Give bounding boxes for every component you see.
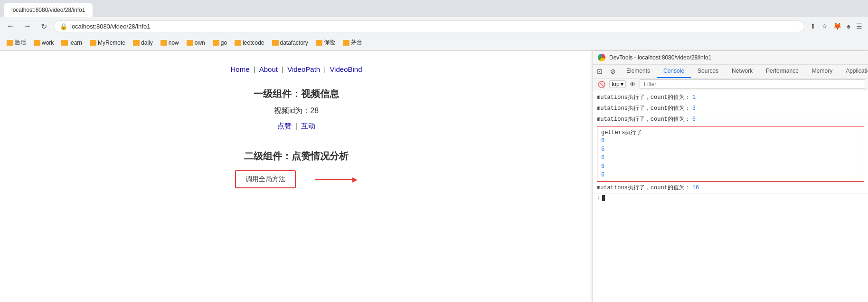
chrome-icon [598,54,605,61]
tab-network[interactable]: Network [725,65,759,78]
getters-value-2: 6 [601,145,860,154]
folder-icon [160,40,167,46]
tab-memory[interactable]: Memory [805,65,839,78]
bookmark-label: 保险 [324,39,335,47]
tab-bar: localhost:8080/video/28/info1 [0,0,868,17]
bookmark-go[interactable]: go [210,39,230,47]
bookmark-datafactory[interactable]: datafactory [269,39,311,47]
bookmark-label: datafactory [280,39,308,46]
interact-link[interactable]: 互动 [301,122,315,130]
component2-section: 二级组件：点赞情况分析 调用全局方法 [235,150,358,188]
nav-bar: ← → ↻ 🔒 localhost:8080/video/28/info1 ⬆ … [0,17,868,35]
console-text-3: mutations执行了，count的值为： [597,115,690,124]
like-link[interactable]: 点赞 [277,122,292,130]
page-nav: Home | About | VideoPath | VideoBind [230,65,362,73]
bookmark-icon[interactable]: ☆ [820,20,830,32]
folder-icon [272,40,279,46]
bookmark-label: now [169,39,179,46]
back-button[interactable]: ← [4,20,17,32]
address-bar[interactable]: 🔒 localhost:8080/video/28/info1 [54,20,804,32]
console-line-3: mutations执行了，count的值为： 6 [593,114,868,125]
folder-icon [34,40,40,46]
menu-icon[interactable]: ☰ [854,20,864,32]
console-text-2: mutations执行了，count的值为： [597,104,690,113]
call-global-method-button[interactable]: 调用全局方法 [235,170,296,188]
folder-icon [90,40,96,46]
filter-input[interactable] [640,79,865,89]
chevron-down-icon: ▾ [621,81,623,88]
top-selector[interactable]: top ▾ [609,80,626,88]
getters-box: getters执行了 6 6 6 6 6 [597,126,864,182]
getters-value-3: 6 [601,154,860,162]
no-icon[interactable]: ⊘ [606,66,620,77]
bookmark-label: work [42,39,54,46]
console-value-3: 6 [692,115,696,124]
bookmarks-bar: 激活 work learn MyRemote daily now own go [0,35,868,50]
tab-application[interactable]: Application [839,65,868,78]
clear-console-button[interactable]: 🚫 [596,80,607,89]
nav-home[interactable]: Home [230,65,249,73]
tab-elements[interactable]: Elements [620,65,657,78]
bookmark-daily[interactable]: daily [130,39,156,47]
component2-title: 二级组件：点赞情况分析 [235,150,358,163]
extension-icon1[interactable]: 🦊 [831,20,843,32]
arrow-icon [315,175,358,183]
component1-section: 一级组件：视频信息 视频id为：28 点赞 | 互动 [254,88,339,140]
console-text-last: mutations执行了，count的值为： [597,184,690,192]
main-content: Home | About | VideoPath | VideoBind 一级组… [0,51,868,302]
forward-button[interactable]: → [21,20,34,32]
url-text: localhost:8080/video/28/info1 [70,23,150,30]
bookmark-label: learn [69,39,82,46]
console-prompt[interactable]: › [593,194,868,202]
folder-icon [187,40,193,46]
browser-tab[interactable]: localhost:8080/video/28/info1 [4,3,93,17]
inspect-icon[interactable]: ⊡ [593,66,606,77]
component1-title: 一级组件：视频信息 [254,88,339,100]
call-method-area: 调用全局方法 [235,170,358,188]
sep2: | [282,65,285,73]
getters-value-5: 6 [601,171,860,179]
getters-header: getters执行了 [601,128,860,136]
bookmark-insurance[interactable]: 保险 [313,38,338,48]
sep3: | [324,65,328,73]
nav-icons: ⬆ ☆ 🦊 ♠ ☰ [808,20,864,32]
share-icon[interactable]: ⬆ [808,20,818,32]
nav-about[interactable]: About [259,65,278,73]
folder-icon [133,40,140,46]
console-line-2: mutations执行了，count的值为： 3 [593,103,868,114]
page-content: Home | About | VideoPath | VideoBind 一级组… [0,51,593,302]
tab-sources[interactable]: Sources [691,65,725,78]
tab-title: localhost:8080/video/28/info1 [11,7,85,13]
eye-icon[interactable]: 👁 [628,80,638,89]
console-value-2: 3 [692,104,696,113]
bookmark-jihuo[interactable]: 激活 [4,38,29,48]
getters-value-1: 6 [601,136,860,145]
nav-videobind[interactable]: VideoBind [330,65,362,73]
console-text-1: mutations执行了，count的值为： [597,93,690,102]
console-value-last: 16 [692,184,699,192]
folder-icon [235,40,241,46]
bookmark-label: daily [141,39,153,46]
tab-performance[interactable]: Performance [759,65,805,78]
top-label: top [612,81,620,88]
bookmark-own[interactable]: own [184,39,208,47]
bookmark-now[interactable]: now [158,39,182,47]
reload-button[interactable]: ↻ [38,20,50,33]
tab-console[interactable]: Console [657,65,691,78]
nav-videopath[interactable]: VideoPath [287,65,320,73]
console-cursor [602,195,605,201]
browser-chrome: localhost:8080/video/28/info1 ← → ↻ 🔒 lo… [0,0,868,51]
bookmark-maotai[interactable]: 茅台 [340,38,365,48]
folder-icon [7,40,13,46]
console-line-last: mutations执行了，count的值为： 16 [593,183,868,194]
bookmark-leetcode[interactable]: leetcode [232,39,267,47]
folder-icon [316,40,322,46]
extension-icon2[interactable]: ♠ [845,20,852,32]
bookmark-work[interactable]: work [31,39,57,47]
bookmark-myremote[interactable]: MyRemote [87,39,128,47]
bookmark-learn[interactable]: learn [58,39,85,47]
bookmark-label: own [195,39,205,46]
devtools-tabs: ⊡ ⊘ Elements Console Sources Network Per… [593,65,868,78]
console-value-1: 1 [692,93,696,102]
getters-value-4: 6 [601,162,860,171]
